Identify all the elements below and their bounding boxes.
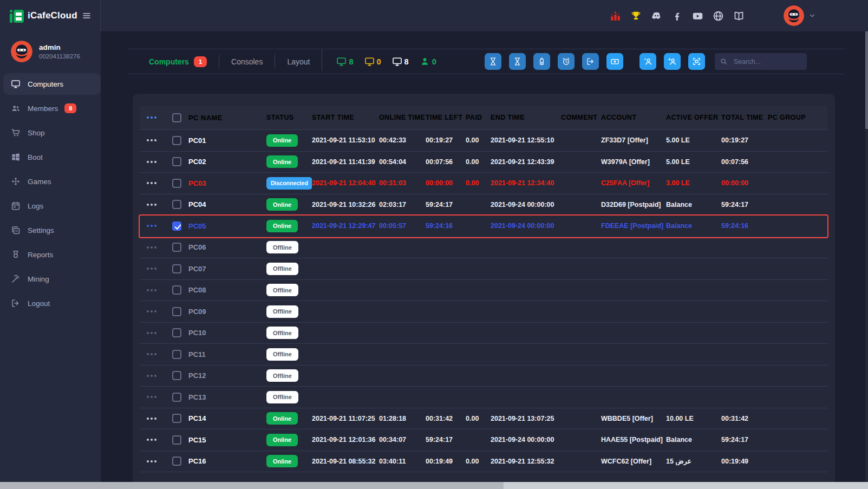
table-row-pc14[interactable]: PC14Online2021-09-21 11:07:2501:28:1800:… [140,408,827,430]
dot [151,204,153,206]
ranking-icon[interactable] [610,10,621,22]
dot [147,204,149,206]
row-actions-menu[interactable] [146,439,158,441]
table-row-pc16[interactable]: PC16Online2021-09-21 08:55:3203:40:1100:… [140,451,827,473]
add-member-button[interactable] [664,53,681,70]
row-actions-menu[interactable] [146,353,158,355]
add-guest-button[interactable] [639,53,656,70]
chevron-down-icon[interactable] [808,12,816,19]
row-actions-menu[interactable] [146,204,158,206]
table-row-pc11[interactable]: PC11Offline [140,344,827,366]
checkout-button[interactable] [582,53,599,70]
topbar-links [610,10,745,22]
row-actions-menu[interactable] [146,460,158,462]
menu-toggle-icon[interactable] [81,11,93,20]
row-checkbox[interactable] [172,457,181,466]
sidebar-item-settings[interactable]: Settings [3,219,101,241]
table-row-pc08[interactable]: PC08Offline [140,280,827,302]
sidebar-item-reports[interactable]: Reports [3,244,101,265]
row-actions-menu[interactable] [146,139,158,141]
globe-icon[interactable] [713,10,724,22]
row-checkbox[interactable] [172,307,181,316]
row-checkbox[interactable] [172,243,181,252]
paid-cell: 0.00 [466,158,491,166]
table-row-pc02[interactable]: PC02Online2021-09-21 11:41:3900:54:0400:… [140,152,827,173]
tab-consoles[interactable]: Consoles [219,49,275,74]
facebook-icon[interactable] [671,10,683,22]
table-row-pc05[interactable]: PC05Online2021-09-21 12:29:4700:05:5759:… [140,216,827,237]
alarm-button[interactable] [558,53,575,70]
sidebar-item-members[interactable]: Members8 [3,97,101,119]
row-actions-menu[interactable] [146,375,158,377]
table-row-pc04[interactable]: PC04Online2021-09-21 10:32:2602:03:1759:… [140,194,827,216]
table-row-pc06[interactable]: PC06Offline [140,237,827,259]
table-row-pc07[interactable]: PC07Offline [140,258,827,280]
dot [154,460,156,462]
row-checkbox[interactable] [172,435,181,445]
hourglass-button[interactable] [485,53,501,70]
sidebar-item-logout[interactable]: Logout [3,292,101,314]
row-checkbox[interactable] [172,328,181,337]
row-actions-menu[interactable] [146,418,158,420]
pc-name: PC10 [188,329,206,337]
row-actions-menu[interactable] [146,332,158,334]
tab-layout[interactable]: Layout [275,49,322,74]
table-row-pc10[interactable]: PC10Offline [140,323,827,344]
sidebar-item-computers[interactable]: Computers [3,73,101,95]
vertical-scrollbar-thumb[interactable] [865,31,868,129]
row-actions-menu[interactable] [146,225,158,227]
sidebar-item-shop[interactable]: Shop [3,122,101,144]
row-checkbox[interactable] [172,179,181,188]
user-avatar[interactable] [784,5,804,26]
search-input[interactable] [733,57,801,66]
row-checkbox[interactable] [172,136,181,145]
hourglass-add-button[interactable] [509,53,526,70]
row-actions-menu[interactable] [146,116,158,119]
sidebar-item-logs[interactable]: Logs [3,195,101,217]
screenshot-button[interactable] [688,53,705,70]
row-checkbox[interactable] [172,200,181,209]
horizontal-scrollbar[interactable] [0,482,868,489]
row-checkbox[interactable] [172,393,181,402]
horizontal-scrollbar-thumb[interactable] [0,482,504,489]
dot [147,289,149,291]
sidebar-item-boot[interactable]: Boot [3,146,101,168]
trophy-icon[interactable] [630,10,642,22]
row-checkbox[interactable] [172,371,181,380]
table-row-pc15[interactable]: PC15Online2021-09-21 12:01:3600:34:0759:… [140,429,827,451]
row-checkbox[interactable] [172,285,181,295]
vertical-scrollbar[interactable] [865,31,868,482]
table-row-pc01[interactable]: PC01Online2021-09-21 11:53:1000:42:3300:… [140,130,827,152]
row-checkbox[interactable] [172,221,181,231]
cash-button[interactable] [606,53,623,70]
row-actions-menu[interactable] [146,182,158,184]
row-checkbox[interactable] [172,414,181,423]
row-checkbox[interactable] [172,264,181,273]
row-actions-menu[interactable] [146,310,158,312]
row-actions-menu[interactable] [146,246,158,249]
sidebar-item-games[interactable]: Games [3,171,101,192]
row-actions-menu[interactable] [146,289,158,291]
youtube-icon[interactable] [692,10,703,22]
row-checkbox[interactable] [172,113,181,122]
tab-computers[interactable]: Computers1 [137,49,219,74]
account-menu[interactable] [784,5,816,26]
row-actions-menu[interactable] [146,268,158,270]
status-cell: Offline [260,305,312,318]
sidebar-item-mining[interactable]: Mining [3,268,101,290]
dot [154,246,156,249]
row-actions-menu[interactable] [146,161,158,163]
row-actions-menu[interactable] [146,396,158,398]
battery-button[interactable] [533,53,550,70]
table-row-pc13[interactable]: PC13Offline [140,387,827,408]
discord-icon[interactable] [651,10,662,22]
row-checkbox[interactable] [172,350,181,359]
table-row-pc12[interactable]: PC12Offline [140,366,827,387]
table-row-pc03[interactable]: PC03Disconnected2021-09-21 12:04:4000:31… [140,173,827,194]
table-row-pc09[interactable]: PC09Offline [140,301,827,323]
row-checkbox[interactable] [172,157,181,166]
docs-icon[interactable] [733,10,745,22]
search-box[interactable] [715,53,807,70]
total-cell: 00:31:42 [721,415,768,422]
tab-label: Consoles [231,57,263,66]
